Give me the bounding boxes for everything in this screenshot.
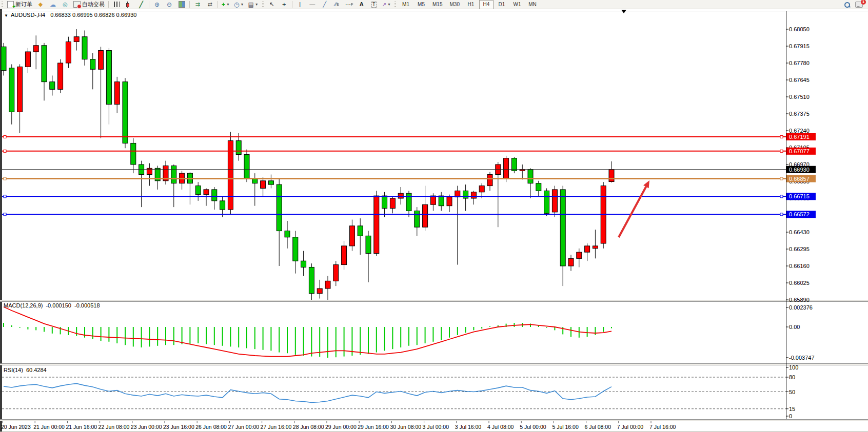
zoom-in-button[interactable]: ⊕ [151, 0, 163, 9]
mt4-window: + 新订单 ◆ ☁ ◎ 自动交易 ╱ ⊕ ⊖ ⇉ ⇄ +▼ ◷▼ ▤▼ ↖ + … [0, 0, 868, 432]
line-handle[interactable] [780, 177, 783, 180]
candle-bear [285, 231, 290, 237]
timeframe-button-h1[interactable]: H1 [464, 0, 478, 9]
price-tick-label: 0.66295 [789, 246, 810, 252]
candle-bear [528, 170, 533, 183]
toolbar-grip[interactable] [394, 2, 396, 8]
candle-bear [131, 143, 136, 164]
time-axis-label: 7 Jul 00:00 [617, 424, 644, 430]
time-axis-label: 29 Jun 16:00 [358, 424, 389, 430]
timeframe-button-m15[interactable]: M15 [429, 0, 445, 9]
price-tick-label: 0.66430 [789, 229, 810, 235]
crosshair-tool-button[interactable]: + [279, 0, 290, 9]
candle-bull [552, 190, 557, 212]
candle-bear [382, 196, 387, 208]
candle-bear [511, 158, 517, 171]
time-axis-label: 22 Jun 08:00 [98, 424, 130, 430]
horizontal-line-tool-button[interactable]: — [307, 0, 318, 9]
timeframe-button-m5[interactable]: M5 [414, 0, 428, 9]
fibonacci-tool-button[interactable]: ⋯F [344, 0, 355, 9]
timeframe-button-w1[interactable]: W1 [510, 0, 524, 9]
price-line-label: 0.67191 [789, 134, 810, 140]
price-line-label: 0.66857 [789, 176, 810, 182]
price-tick-label: 0.67510 [789, 94, 810, 100]
price-tick-label: 0.67240 [789, 128, 810, 134]
notifications-button[interactable]: 1 [854, 0, 867, 9]
line-handle[interactable] [4, 135, 6, 138]
candle-bull [568, 258, 574, 266]
chevron-down-icon: ▼ [387, 3, 391, 6]
timeframe-button-m1[interactable]: M1 [399, 0, 413, 9]
candle-bull [390, 198, 395, 209]
macd-tick-label: 0.002376 [789, 304, 813, 311]
new-order-button[interactable]: + 新订单 [6, 0, 34, 9]
tile-windows-button[interactable] [176, 0, 187, 9]
candle-bear [1, 47, 6, 70]
zoom-out-button[interactable]: ⊖ [164, 0, 175, 9]
chart-ohlc-header[interactable]: ▼AUDUSD-,H40.66833 0.66995 0.66826 0.669… [4, 12, 136, 18]
candle-bear [309, 267, 314, 293]
line-handle[interactable] [4, 150, 6, 152]
line-handle[interactable] [4, 195, 6, 198]
time-axis-label: 7 Jul 16:00 [649, 424, 676, 430]
time-axis-label: 21 Jun 00:00 [33, 424, 65, 430]
time-axis-label: 27 Jun 00:00 [228, 424, 259, 430]
chart-canvas[interactable]: 0.680500.679150.677800.676450.675100.673… [0, 0, 868, 432]
candle-bull [471, 192, 476, 198]
periods-button[interactable]: ◷▼ [232, 0, 245, 9]
cloud-button[interactable]: ☁ [47, 0, 58, 9]
candlestick-chart-button[interactable] [123, 0, 134, 9]
time-axis-label: 3 Jul 00:00 [423, 424, 449, 430]
candle-bull [430, 196, 436, 204]
line-handle[interactable] [780, 135, 783, 138]
line-handle[interactable] [4, 177, 6, 180]
toolbar-separator [108, 1, 109, 8]
auto-scroll-icon: ⇉ [195, 2, 200, 7]
arrows-tool-button[interactable]: ↗▼ [381, 0, 392, 9]
rsi-indicator-label: RSI(14)60.4284 [4, 367, 47, 373]
macd-tick-label: 0.00 [789, 324, 800, 330]
price-tick-label: 0.68050 [789, 26, 810, 32]
collapse-triangle-icon[interactable]: ▼ [4, 13, 8, 18]
sonar-button[interactable]: ◎ [60, 0, 71, 9]
auto-scroll-button[interactable]: ⇉ [192, 0, 203, 9]
candle-bear [123, 82, 128, 143]
zoom-out-icon: ⊖ [167, 2, 172, 8]
timeframe-button-h4[interactable]: H4 [479, 0, 494, 9]
indicators-button[interactable]: +▼ [220, 0, 231, 9]
chart-shift-button[interactable]: ⇄ [204, 0, 215, 9]
timeframe-button-d1[interactable]: D1 [495, 0, 509, 9]
toolbar-grip[interactable] [2, 2, 3, 8]
candle-bear [50, 82, 55, 90]
text-tool-button[interactable]: A [356, 0, 367, 9]
chevron-down-icon: ▼ [255, 3, 259, 6]
time-axis-label: 28 Jun 08:00 [293, 424, 324, 430]
symbol-period-label: AUDUSD-,H4 [11, 12, 45, 18]
candle-bull [17, 67, 23, 112]
candle-bull [261, 181, 266, 189]
horn-button[interactable]: ◆ [35, 0, 46, 9]
candle-bear [358, 226, 363, 236]
templates-button[interactable]: ▤▼ [246, 0, 260, 9]
candle-bear [560, 190, 565, 266]
candle-bull [333, 265, 339, 281]
cursor-tool-button[interactable]: ↖ [266, 0, 278, 9]
trendline-tool-button[interactable]: ╱ [319, 0, 330, 9]
line-handle[interactable] [4, 213, 6, 216]
line-handle[interactable] [780, 213, 783, 216]
search-button[interactable] [841, 0, 853, 9]
text-icon: A [360, 2, 364, 7]
line-handle[interactable] [780, 195, 783, 198]
line-chart-button[interactable]: ╱ [135, 0, 147, 9]
autotrading-button[interactable]: 自动交易 [72, 0, 106, 9]
toolbar-grip[interactable] [262, 2, 264, 8]
timeframe-button-m30[interactable]: M30 [446, 0, 462, 9]
vertical-line-tool-button[interactable]: | [294, 0, 306, 9]
timeframe-button-mn[interactable]: MN [525, 0, 540, 9]
candle-bull [114, 82, 120, 105]
channel-tool-button[interactable]: ∕∕E [331, 0, 343, 9]
line-handle[interactable] [780, 150, 783, 152]
price-line-label: 0.66715 [789, 193, 810, 199]
text-label-tool-button[interactable]: T [368, 0, 380, 9]
bar-chart-button[interactable] [111, 0, 122, 9]
